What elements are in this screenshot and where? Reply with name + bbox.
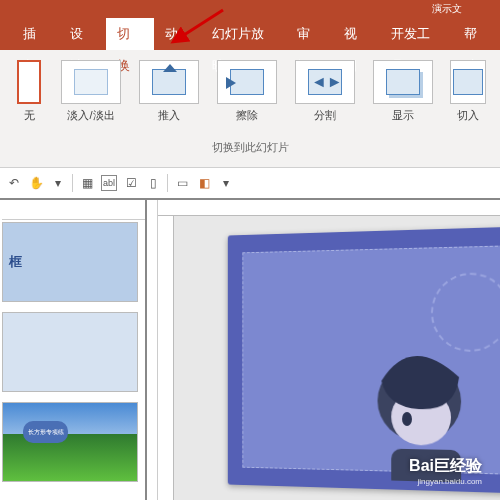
menu-bar: 插入 设计 切换 动画 幻灯片放映 审阅 视图 开发工具 帮助 <box>0 18 500 50</box>
menu-transitions[interactable]: 切换 <box>106 18 153 50</box>
slide-thumbnail-1[interactable]: 框 <box>2 222 138 302</box>
ribbon-group-caption: 切换到此幻灯片 <box>0 140 500 159</box>
tool-table-icon[interactable]: ▦ <box>79 175 95 191</box>
slide-thumbnail-2[interactable] <box>2 312 138 392</box>
transition-fade[interactable]: 淡入/淡出 <box>58 60 124 123</box>
title-bar: 演示文 <box>0 0 500 18</box>
tool-dropdown-icon[interactable]: ▾ <box>50 175 66 191</box>
workspace: 框 长方形专项练 ↖ 《[ <box>0 200 500 500</box>
transition-none[interactable]: 无 <box>12 60 46 123</box>
tool-undo-icon[interactable]: ↶ <box>6 175 22 191</box>
quick-toolbar: ↶ ✋ ▾ ▦ abl ☑ ▯ ▭ ◧ ▾ <box>0 168 500 200</box>
menu-help[interactable]: 帮助 <box>453 18 500 50</box>
menu-insert[interactable]: 插入 <box>12 18 59 50</box>
horizontal-ruler <box>158 200 500 216</box>
slide-canvas-area: ↖ 《[ <box>158 200 500 500</box>
slide-thumbnails-panel: 框 长方形专项练 <box>0 200 158 500</box>
panel-ruler <box>2 202 147 220</box>
menu-view[interactable]: 视图 <box>333 18 380 50</box>
tool-hand-icon[interactable]: ✋ <box>28 175 44 191</box>
separator <box>72 174 73 192</box>
doc-title: 演示文 <box>432 3 462 14</box>
panel-divider[interactable] <box>145 200 157 500</box>
transition-cut[interactable]: 切入 <box>448 60 488 123</box>
separator <box>167 174 168 192</box>
tool-shapes-icon[interactable]: ◧ <box>196 175 212 191</box>
menu-developer[interactable]: 开发工具 <box>380 18 452 50</box>
slide-content-placeholder[interactable]: 《[ <box>242 243 500 476</box>
tool-checkbox-icon[interactable]: ☑ <box>123 175 139 191</box>
menu-design[interactable]: 设计 <box>59 18 106 50</box>
transition-reveal[interactable]: 显示 <box>370 60 436 123</box>
watermark-brand: Bai巨经验 <box>409 456 482 477</box>
tool-layout-icon[interactable]: ▯ <box>145 175 161 191</box>
tool-more-icon[interactable]: ▾ <box>218 175 234 191</box>
annotation-arrow <box>165 8 225 48</box>
watermark: Bai巨经验 jingyan.baidu.com <box>409 456 482 486</box>
tool-textbox-icon[interactable]: abl <box>101 175 117 191</box>
watermark-url: jingyan.baidu.com <box>409 477 482 486</box>
vertical-ruler <box>158 216 174 500</box>
transition-wipe[interactable]: 擦除 <box>214 60 280 123</box>
menu-review[interactable]: 审阅 <box>286 18 333 50</box>
slide-thumbnail-3[interactable]: 长方形专项练 <box>2 402 138 482</box>
tool-slide-icon[interactable]: ▭ <box>174 175 190 191</box>
ribbon-transitions: 无 淡入/淡出 推入 擦除 ◄► 分割 显示 <box>0 50 500 168</box>
transition-split[interactable]: ◄► 分割 <box>292 60 358 123</box>
transition-push[interactable]: 推入 <box>136 60 202 123</box>
transitions-gallery: 无 淡入/淡出 推入 擦除 ◄► 分割 显示 <box>4 56 496 123</box>
